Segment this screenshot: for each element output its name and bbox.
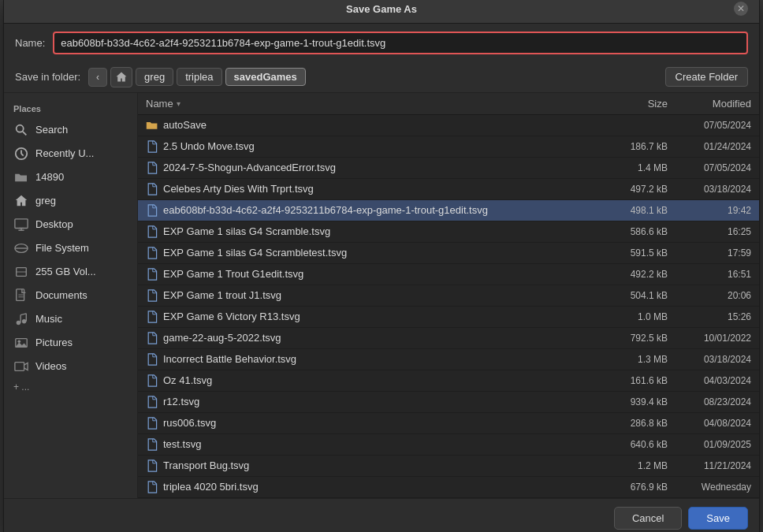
table-row[interactable]: EXP Game 1 silas G4 Scrambletest.tsvg 59… bbox=[138, 243, 759, 264]
file-icon bbox=[146, 247, 158, 259]
file-modified: Wednesday bbox=[672, 479, 759, 495]
sidebar-label-filesystem: File System bbox=[35, 242, 89, 254]
breadcrumb-savedgames[interactable]: savedGames bbox=[225, 68, 306, 86]
table-row[interactable]: EXP Game 1 trout J1.tsvg 504.1 kB 20:06 bbox=[138, 285, 759, 307]
file-name: test.tsvg bbox=[138, 436, 601, 453]
file-size: 161.6 kB bbox=[601, 373, 672, 389]
breadcrumb-triplea[interactable]: triplea bbox=[177, 68, 221, 86]
cancel-button[interactable]: Cancel bbox=[614, 507, 682, 530]
file-icon bbox=[146, 268, 158, 281]
main-area: Places Search Recently U... 14 bbox=[4, 93, 759, 498]
table-row[interactable]: Celebes Arty Dies With Trprt.tsvg 497.2 … bbox=[138, 179, 759, 200]
sidebar-label-desktop: Desktop bbox=[35, 218, 73, 230]
file-name: EXP Game 1 Trout G1edit.tsvg bbox=[138, 266, 601, 283]
svg-line-4 bbox=[21, 154, 24, 156]
sidebar-item-videos[interactable]: Videos bbox=[4, 355, 137, 378]
sidebar-add-button[interactable]: + ... bbox=[4, 378, 137, 396]
table-row[interactable]: test.tsvg 640.6 kB 01/09/2025 bbox=[138, 434, 759, 456]
folder-icon-14890 bbox=[13, 169, 29, 185]
drive-icon-255gb bbox=[13, 264, 29, 280]
sidebar-item-255gbvol[interactable]: 255 GB Vol... bbox=[4, 260, 137, 284]
filename-input[interactable] bbox=[53, 32, 748, 54]
svg-line-1 bbox=[23, 131, 27, 135]
save-in-label: Save in folder: bbox=[15, 71, 80, 83]
table-row[interactable]: 2.5 Undo Move.tsvg 186.7 kB 01/24/2024 bbox=[138, 136, 759, 158]
file-name: Celebes Arty Dies With Trprt.tsvg bbox=[138, 180, 601, 198]
file-name: Transport Bug.tsvg bbox=[138, 457, 601, 474]
file-name: r12.tsvg bbox=[138, 393, 601, 411]
sidebar-item-recent[interactable]: Recently U... bbox=[4, 142, 137, 166]
table-row[interactable]: EXP Game 1 Trout G1edit.tsvg 492.2 kB 16… bbox=[138, 264, 759, 285]
sidebar-label-search: Search bbox=[35, 124, 68, 136]
sidebar-item-14890[interactable]: 14890 bbox=[4, 166, 137, 189]
table-row[interactable]: Incorrect Battle Behavior.tsvg 1.3 MB 03… bbox=[138, 349, 759, 370]
file-size: 286.8 kB bbox=[601, 415, 672, 431]
column-name[interactable]: Name ▾ bbox=[138, 93, 601, 114]
file-modified: 17:59 bbox=[672, 245, 759, 261]
file-size: 1.0 MB bbox=[601, 309, 672, 325]
pictures-icon bbox=[13, 335, 29, 351]
svg-line-19 bbox=[20, 313, 26, 314]
table-row[interactable]: Transport Bug.tsvg 1.2 MB 11/21/2024 bbox=[138, 456, 759, 477]
file-icon bbox=[146, 140, 158, 153]
save-dialog: Save Game As ✕ Name: Save in folder: ‹ g… bbox=[3, 0, 760, 532]
bottom-bar: Cancel Save bbox=[4, 498, 759, 533]
home-icon bbox=[115, 71, 128, 84]
breadcrumb-row: Save in folder: ‹ greg triplea savedGame… bbox=[4, 62, 759, 93]
sidebar-item-desktop[interactable]: Desktop bbox=[4, 213, 137, 236]
table-row[interactable]: autoSave 07/05/2024 bbox=[138, 115, 759, 136]
file-modified: 16:51 bbox=[672, 266, 759, 282]
file-name: eab608bf-b33d-4c62-a2f4-9253211b6784-exp… bbox=[138, 202, 601, 219]
breadcrumb-greg[interactable]: greg bbox=[136, 68, 173, 86]
desktop-icon bbox=[13, 217, 29, 233]
file-modified: 01/09/2025 bbox=[672, 437, 759, 452]
titlebar: Save Game As ✕ bbox=[4, 0, 759, 24]
table-row[interactable]: triplea 4020 5bri.tsvg 676.9 kB Wednesda… bbox=[138, 477, 759, 498]
file-modified: 10/01/2022 bbox=[672, 330, 759, 346]
file-name: autoSave bbox=[138, 117, 601, 134]
file-size: 1.3 MB bbox=[601, 352, 672, 367]
table-row[interactable]: Oz 41.tsvg 161.6 kB 04/03/2024 bbox=[138, 370, 759, 392]
sidebar-label-music: Music bbox=[35, 313, 62, 325]
table-row[interactable]: EXP Game 1 silas G4 Scramble.tsvg 586.6 … bbox=[138, 221, 759, 243]
table-row[interactable]: EXP Game 6 Victory R13.tsvg 1.0 MB 15:26 bbox=[138, 307, 759, 328]
file-icon bbox=[146, 162, 158, 174]
file-icon bbox=[146, 311, 158, 323]
column-size[interactable]: Size bbox=[601, 93, 672, 114]
sidebar-section-label: Places bbox=[4, 101, 137, 118]
sidebar-label-pictures: Pictures bbox=[35, 337, 73, 348]
breadcrumb-home[interactable] bbox=[110, 67, 132, 87]
file-modified: 07/05/2024 bbox=[672, 160, 759, 176]
file-icon bbox=[146, 289, 158, 302]
create-folder-button[interactable]: Create Folder bbox=[665, 67, 748, 87]
column-modified[interactable]: Modified bbox=[672, 93, 759, 114]
table-row[interactable]: rus006.tsvg 286.8 kB 04/08/2024 bbox=[138, 413, 759, 434]
sidebar-item-search[interactable]: Search bbox=[4, 118, 137, 142]
svg-point-16 bbox=[17, 320, 20, 324]
file-modified: 04/08/2024 bbox=[672, 415, 759, 431]
sidebar: Places Search Recently U... 14 bbox=[4, 93, 138, 498]
file-name: triplea 4020 5bri.tsvg bbox=[138, 478, 601, 496]
table-row[interactable]: 2024-7-5-Shogun-AdvancedError.tsvg 1.4 M… bbox=[138, 158, 759, 179]
sidebar-add-label: + ... bbox=[13, 381, 29, 392]
file-size: 1.4 MB bbox=[601, 160, 672, 176]
sidebar-item-music[interactable]: Music bbox=[4, 307, 137, 331]
file-size: 498.1 kB bbox=[601, 203, 672, 218]
file-name: EXP Game 1 silas G4 Scrambletest.tsvg bbox=[138, 244, 601, 262]
sidebar-item-greg[interactable]: greg bbox=[4, 189, 137, 213]
sidebar-item-documents[interactable]: Documents bbox=[4, 284, 137, 307]
videos-icon bbox=[13, 359, 29, 374]
back-button[interactable]: ‹ bbox=[88, 68, 107, 87]
sidebar-item-pictures[interactable]: Pictures bbox=[4, 331, 137, 355]
close-button[interactable]: ✕ bbox=[734, 2, 748, 16]
file-modified: 20:06 bbox=[672, 288, 759, 303]
table-row[interactable]: r12.tsvg 939.4 kB 08/23/2024 bbox=[138, 392, 759, 413]
file-name: game-22-aug-5-2022.tsvg bbox=[138, 329, 601, 347]
file-icon bbox=[146, 459, 158, 472]
file-list-header: Name ▾ Size Modified bbox=[138, 93, 759, 115]
save-button[interactable]: Save bbox=[688, 507, 748, 530]
sidebar-item-filesystem[interactable]: File System bbox=[4, 236, 137, 260]
table-row[interactable]: game-22-aug-5-2022.tsvg 792.5 kB 10/01/2… bbox=[138, 328, 759, 349]
file-name: EXP Game 1 trout J1.tsvg bbox=[138, 287, 601, 304]
table-row[interactable]: eab608bf-b33d-4c62-a2f4-9253211b6784-exp… bbox=[138, 200, 759, 221]
